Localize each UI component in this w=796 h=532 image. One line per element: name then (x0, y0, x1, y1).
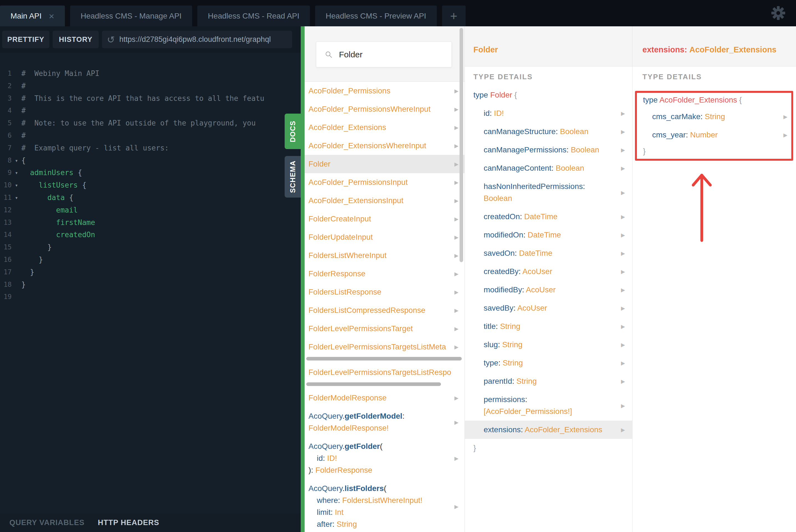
text-span (21, 169, 30, 177)
type-field-row[interactable]: hasNonInheritedPermissions:Boolean▶ (465, 177, 632, 208)
fold-gutter (12, 266, 21, 279)
add-tab-button[interactable]: + (442, 5, 466, 26)
docs-side-tab[interactable]: DOCS (285, 114, 301, 149)
tab-headless-cms-preview-api[interactable]: Headless CMS - Preview API (315, 5, 437, 26)
expand-arrow-icon: ▶ (621, 378, 625, 385)
doc-list-item[interactable]: FoldersListWhereInput▶ (305, 246, 465, 265)
type-field-row[interactable]: type: String▶ (465, 354, 632, 372)
type-field-row[interactable]: createdBy: AcoUser▶ (465, 262, 632, 281)
field-line: savedOn: DateTime (484, 247, 615, 259)
text-span: # This is the core API that has access t… (21, 94, 264, 102)
expand-arrow-icon: ▶ (621, 402, 625, 409)
doc-list-item[interactable]: FolderModelResponse▶ (305, 389, 465, 407)
docs-search-box[interactable] (316, 41, 452, 67)
fold-caret-icon[interactable]: ▾ (12, 154, 21, 167)
history-button[interactable]: HISTORY (53, 31, 99, 48)
doc-list-item[interactable]: FolderLevelPermissionsTarget▶ (305, 320, 465, 338)
doc-list-item[interactable]: FolderUpdateInput▶ (305, 228, 465, 246)
doc-list-item[interactable]: FolderLevelPermissionsTargetsListRespo (305, 363, 465, 382)
type-field-row[interactable]: createdOn: DateTime▶ (465, 208, 632, 226)
doc-list-item[interactable]: AcoFolder_ExtensionsInput▶ (305, 191, 465, 210)
type-field-row[interactable]: cms_carMake: String▶ (637, 108, 791, 126)
fold-caret-icon[interactable]: ▾ (12, 167, 21, 179)
text-span: FolderResponse (316, 466, 372, 474)
tab-headless-cms-manage-api[interactable]: Headless CMS - Manage API (70, 5, 192, 26)
fold-gutter (12, 104, 21, 117)
tab-label: Main API (11, 12, 42, 20)
type-field-row[interactable]: cms_year: Number▶ (637, 126, 791, 144)
close-icon[interactable]: × (49, 11, 54, 21)
expand-arrow-icon: ▶ (454, 161, 458, 167)
horizontal-scrollbar[interactable] (306, 357, 462, 360)
doc-list-item[interactable]: AcoQuery.listFolders(where: FoldersListW… (305, 479, 465, 532)
type-field-row[interactable]: savedBy: AcoUser▶ (465, 299, 632, 317)
schema-side-tab[interactable]: SCHEMA (285, 156, 301, 197)
text-span: DateTime (524, 212, 557, 221)
field-line: type: String (484, 357, 615, 369)
text-span: Folder (490, 91, 512, 99)
text-span: AcoFolder_Extensions (308, 123, 386, 132)
doc-list-item[interactable]: FolderResponse▶ (305, 265, 465, 283)
code-line: 9▾ adminUsers { (0, 167, 301, 179)
doc-list-item[interactable]: AcoFolder_PermissionsWhereInput▶ (305, 100, 465, 118)
fold-caret-icon[interactable]: ▾ (12, 191, 21, 204)
type-field-row[interactable]: parentId: String▶ (465, 372, 632, 391)
tab-headless-cms-read-api[interactable]: Headless CMS - Read API (197, 5, 310, 26)
tab-main-api[interactable]: Main API× (0, 5, 65, 26)
field-line: hasNonInheritedPermissions: (484, 180, 615, 192)
expand-arrow-icon: ▶ (621, 323, 625, 330)
fold-gutter (12, 279, 21, 291)
text-span: : (498, 340, 502, 349)
type-field-row[interactable]: modifiedOn: DateTime▶ (465, 226, 632, 244)
doc-item-line: FolderLevelPermissionsTargetsListMeta (308, 341, 462, 353)
text-span: AcoUser (523, 267, 552, 276)
doc-list-item[interactable]: AcoFolder_PermissionsInput▶ (305, 173, 465, 191)
type-field-row[interactable]: canManageContent: Boolean▶ (465, 159, 632, 177)
folder-panel-title: Folder (473, 45, 498, 54)
doc-list-item[interactable]: AcoFolder_Permissions▶ (305, 82, 465, 100)
pane-divider[interactable] (301, 26, 305, 532)
text-span: } (21, 255, 43, 264)
http-headers-tab[interactable]: HTTP HEADERS (98, 518, 159, 527)
doc-list-item[interactable]: FolderLevelPermissionsTargetsListMeta▶ (305, 338, 465, 356)
text-span: : (523, 230, 528, 239)
doc-list-item[interactable]: AcoFolder_Extensions▶ (305, 118, 465, 137)
doc-item-line: FoldersListCompressedResponse (308, 304, 462, 316)
type-field-row[interactable]: title: String▶ (465, 317, 632, 336)
doc-list-item[interactable]: AcoQuery.getFolderModel:FolderModelRespo… (305, 407, 465, 437)
type-field-row[interactable]: canManageStructure: Boolean▶ (465, 122, 632, 141)
doc-list-item[interactable]: Folder▶ (305, 155, 465, 173)
folder-type-panel: Folder TYPE DETAILS type Folder {id: ID!… (465, 26, 632, 532)
doc-list-item[interactable]: AcoFolder_ExtensionsWhereInput▶ (305, 137, 465, 155)
type-field-row[interactable]: id: ID!▶ (465, 104, 632, 122)
endpoint-url-bar[interactable]: ↺ https://d2785gi4qi6pw8.cloudfront.net/… (102, 31, 292, 48)
type-field-row[interactable]: modifiedBy: AcoUser▶ (465, 281, 632, 299)
fold-caret-icon[interactable]: ▾ (12, 179, 21, 191)
docs-search-input[interactable] (338, 50, 439, 60)
query-variables-tab[interactable]: QUERY VARIABLES (10, 518, 84, 527)
text-span: FolderResponse (308, 269, 365, 278)
type-field-row[interactable]: savedOn: DateTime▶ (465, 244, 632, 262)
doc-list-item[interactable]: FoldersListCompressedResponse▶ (305, 301, 465, 320)
type-field-row[interactable]: canManagePermissions: Boolean▶ (465, 141, 632, 159)
text-span: : (490, 109, 494, 117)
text-span: FolderLevelPermissionsTargetsListMeta (308, 342, 446, 351)
docs-scrollbar[interactable] (459, 28, 463, 262)
reload-icon[interactable]: ↺ (107, 35, 115, 44)
type-field-row[interactable]: slug: String▶ (465, 336, 632, 354)
line-number: 11 (0, 191, 12, 204)
doc-list-item[interactable]: AcoQuery.getFolder(id: ID!): FolderRespo… (305, 437, 465, 479)
line-number: 19 (0, 291, 12, 303)
text-span: : (323, 454, 327, 462)
settings-gear-icon[interactable] (771, 6, 785, 20)
doc-list-item[interactable]: FolderCreateInput▶ (305, 210, 465, 228)
field-line: } (473, 442, 615, 454)
horizontal-scrollbar[interactable] (306, 382, 441, 386)
prettify-button[interactable]: PRETTIFY (2, 31, 49, 48)
type-field-row[interactable]: permissions:[AcoFolder_Permissions!]▶ (465, 391, 632, 421)
query-editor[interactable]: 1# Webiny Main API2#3# This is the core … (0, 53, 301, 513)
type-field-row[interactable]: extensions: AcoFolder_Extensions▶ (465, 421, 632, 439)
search-icon (325, 51, 332, 58)
type-open-line: type Folder { (465, 86, 632, 104)
doc-list-item[interactable]: FoldersListResponse▶ (305, 283, 465, 301)
